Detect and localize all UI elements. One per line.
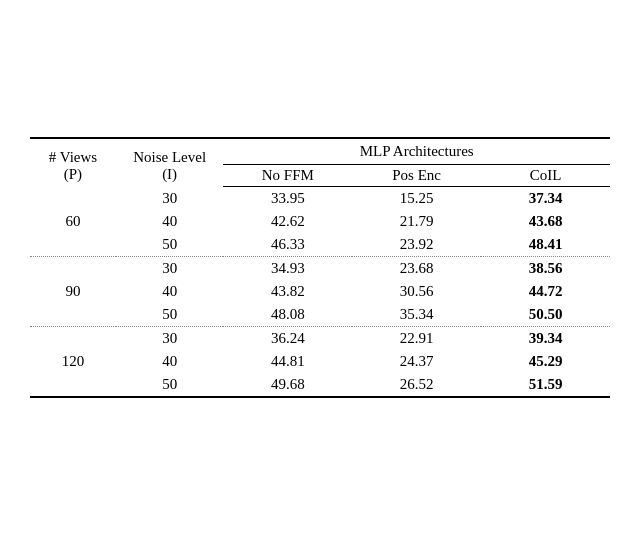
no-ffm-cell: 49.68 [223, 373, 352, 397]
table-row: 5049.6826.5251.59 [30, 373, 610, 397]
coil-cell: 50.50 [481, 303, 610, 327]
views-cell: 90 [30, 257, 116, 327]
coil-cell: 39.34 [481, 327, 610, 351]
pos-enc-header: Pos Enc [352, 165, 481, 187]
header-row: # Views (P) Noise Level (I) MLP Architec… [30, 138, 610, 165]
table-row: 4044.8124.3745.29 [30, 350, 610, 373]
mlp-header: MLP Architectures [223, 138, 610, 165]
pos-enc-cell: 30.56 [352, 280, 481, 303]
no-ffm-cell: 36.24 [223, 327, 352, 351]
no-ffm-cell: 33.95 [223, 187, 352, 211]
pos-enc-cell: 23.92 [352, 233, 481, 257]
pos-enc-cell: 26.52 [352, 373, 481, 397]
noise-cell: 40 [116, 210, 223, 233]
no-ffm-cell: 44.81 [223, 350, 352, 373]
coil-cell: 38.56 [481, 257, 610, 281]
noise-cell: 50 [116, 233, 223, 257]
views-header: # Views (P) [30, 138, 116, 187]
table-row: 5048.0835.3450.50 [30, 303, 610, 327]
table-row: 1203036.2422.9139.34 [30, 327, 610, 351]
table-row: 603033.9515.2537.34 [30, 187, 610, 211]
noise-cell: 40 [116, 280, 223, 303]
table-row: 4042.6221.7943.68 [30, 210, 610, 233]
table-row: 4043.8230.5644.72 [30, 280, 610, 303]
coil-cell: 37.34 [481, 187, 610, 211]
coil-cell: 43.68 [481, 210, 610, 233]
no-ffm-cell: 46.33 [223, 233, 352, 257]
coil-header: CoIL [481, 165, 610, 187]
noise-cell: 40 [116, 350, 223, 373]
no-ffm-cell: 34.93 [223, 257, 352, 281]
pos-enc-cell: 15.25 [352, 187, 481, 211]
noise-cell: 50 [116, 373, 223, 397]
views-cell: 60 [30, 187, 116, 257]
no-ffm-cell: 43.82 [223, 280, 352, 303]
no-ffm-cell: 42.62 [223, 210, 352, 233]
noise-cell: 50 [116, 303, 223, 327]
noise-cell: 30 [116, 327, 223, 351]
coil-cell: 45.29 [481, 350, 610, 373]
coil-cell: 44.72 [481, 280, 610, 303]
pos-enc-cell: 22.91 [352, 327, 481, 351]
table-row: 903034.9323.6838.56 [30, 257, 610, 281]
pos-enc-cell: 21.79 [352, 210, 481, 233]
pos-enc-cell: 35.34 [352, 303, 481, 327]
noise-cell: 30 [116, 257, 223, 281]
no-ffm-cell: 48.08 [223, 303, 352, 327]
results-table: # Views (P) Noise Level (I) MLP Architec… [30, 137, 610, 398]
noise-header: Noise Level (I) [116, 138, 223, 187]
table-container: # Views (P) Noise Level (I) MLP Architec… [30, 137, 610, 398]
coil-cell: 48.41 [481, 233, 610, 257]
pos-enc-cell: 23.68 [352, 257, 481, 281]
pos-enc-cell: 24.37 [352, 350, 481, 373]
noise-cell: 30 [116, 187, 223, 211]
table-body: 603033.9515.2537.344042.6221.7943.685046… [30, 187, 610, 398]
coil-cell: 51.59 [481, 373, 610, 397]
table-row: 5046.3323.9248.41 [30, 233, 610, 257]
no-ffm-header: No FFM [223, 165, 352, 187]
views-cell: 120 [30, 327, 116, 398]
